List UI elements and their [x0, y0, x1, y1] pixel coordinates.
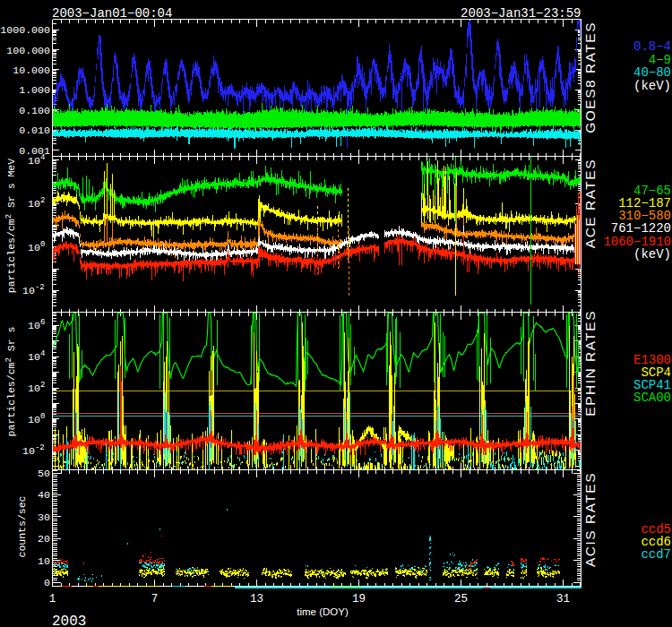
svg-text:1000.000: 1000.000 — [0, 24, 50, 36]
svg-text:(keV): (keV) — [633, 247, 671, 262]
svg-text:50: 50 — [38, 468, 50, 479]
svg-text:30: 30 — [38, 511, 50, 523]
svg-text:0.100: 0.100 — [19, 105, 50, 116]
svg-text:time (DOY): time (DOY) — [297, 606, 349, 617]
svg-text:0.010: 0.010 — [19, 125, 50, 136]
svg-text:counts/sec: counts/sec — [16, 495, 28, 557]
svg-text:100.000: 100.000 — [6, 45, 50, 56]
svg-text:EPHIN RATES: EPHIN RATES — [582, 310, 598, 417]
svg-text:2003−Jan01−00:04: 2003−Jan01−00:04 — [52, 6, 172, 21]
svg-text:20: 20 — [38, 533, 50, 545]
svg-text:ACIS RATES: ACIS RATES — [582, 472, 598, 567]
svg-text:SCA00: SCA00 — [633, 391, 671, 405]
svg-text:25: 25 — [454, 593, 468, 606]
svg-text:40: 40 — [38, 489, 50, 501]
svg-text:GOES8 RATES: GOES8 RATES — [582, 21, 598, 133]
svg-text:7: 7 — [151, 593, 159, 606]
svg-text:1: 1 — [49, 593, 56, 606]
svg-text:(keV): (keV) — [633, 79, 671, 93]
svg-text:particles/cm2 Sr s MeV: particles/cm2 Sr s MeV — [4, 159, 17, 293]
svg-text:ACE RATES: ACE RATES — [582, 159, 598, 248]
svg-text:31: 31 — [556, 593, 570, 606]
svg-text:0: 0 — [44, 577, 50, 588]
svg-text:13: 13 — [250, 593, 263, 606]
svg-text:particles/cm2 Sr s: particles/cm2 Sr s — [4, 327, 17, 437]
svg-text:10: 10 — [38, 555, 50, 567]
svg-text:10.000: 10.000 — [13, 64, 50, 76]
svg-text:2003−Jan31−23:59: 2003−Jan31−23:59 — [461, 6, 581, 21]
svg-text:19: 19 — [352, 593, 366, 606]
svg-text:1.000: 1.000 — [19, 84, 50, 96]
svg-text:ccd7: ccd7 — [641, 547, 671, 562]
svg-text:2003: 2003 — [52, 614, 86, 627]
